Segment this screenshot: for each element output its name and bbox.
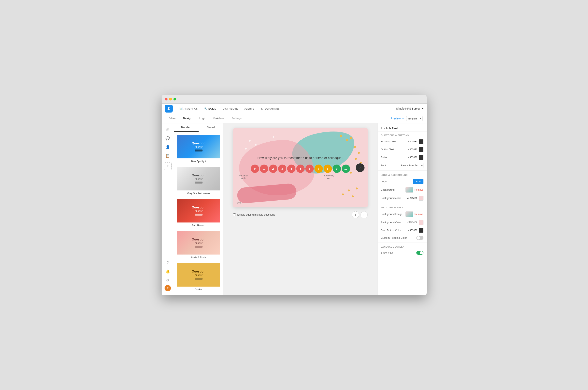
sidebar-icon-bell[interactable]: 🔔	[164, 268, 172, 276]
checkbox-label[interactable]: Enable adding multiple questions	[233, 213, 275, 216]
welcome-bg-preview	[405, 211, 413, 217]
row-heading-text: Heading Text #303030	[378, 138, 427, 146]
nps-btn-4[interactable]: 4	[287, 165, 295, 173]
bg-color-swatch[interactable]	[419, 196, 423, 200]
close-dot[interactable]	[165, 98, 167, 100]
theme-golden[interactable]: Question Answer Golden	[177, 262, 221, 293]
remove-background-link[interactable]: Remove	[415, 189, 423, 191]
row-background-color: Background color #F6D4D6	[378, 194, 427, 202]
next-button[interactable]: ›	[356, 163, 364, 172]
button-hex: #303030	[408, 156, 418, 159]
nav-alerts[interactable]: ALERTS	[242, 106, 257, 112]
survey-question: How likely are you to recommend us to a …	[239, 156, 362, 160]
nav-analytics[interactable]: 📊 ANALYTICS	[177, 106, 200, 112]
welcome-bg-swatch[interactable]	[419, 220, 423, 225]
tab-editor[interactable]: Editor	[166, 114, 179, 123]
theme-preview-grey: Question Answer	[177, 167, 220, 191]
right-panel: Look & Feel QUESTIONS & BUTTONS Heading …	[378, 123, 427, 295]
theme-preview-golden: Question Answer	[177, 263, 220, 287]
maximize-dot[interactable]	[173, 98, 176, 100]
bg-color-hex: #F6D4D6	[407, 197, 417, 199]
tab-variables[interactable]: Variables	[210, 114, 227, 123]
tab-logic[interactable]: Logic	[196, 114, 209, 123]
sidebar-icon-grid[interactable]: ⊞	[164, 126, 172, 134]
sidebar-icon-settings[interactable]: ⚙	[164, 276, 172, 284]
font-selector[interactable]: Source Sans Pro	[398, 163, 423, 168]
theme-name-blue: Blue Spotlight	[177, 158, 220, 164]
option-text-swatch[interactable]	[419, 147, 423, 152]
label-bg-color: Background color	[381, 196, 401, 199]
tab-saved[interactable]: Saved	[198, 123, 223, 132]
bg-color-controls: #F6D4D6	[407, 196, 423, 200]
tab-standard[interactable]: Standard	[174, 123, 199, 132]
language-selector[interactable]: English	[406, 116, 423, 121]
theme-nude-blush[interactable]: Question Answer Nude & Blush	[177, 230, 221, 261]
logo[interactable]: Z	[165, 105, 173, 112]
sidebar-icon-user[interactable]: 👤	[164, 143, 172, 151]
preview-button[interactable]: Preview ↗	[391, 117, 404, 120]
nps-btn-0[interactable]: 0	[251, 165, 259, 173]
sidebar-icon-chat[interactable]: 💬	[164, 135, 172, 142]
custom-heading-toggle[interactable]	[416, 236, 423, 240]
welcome-bg-color-controls: #F6D4D6	[407, 220, 423, 225]
heading-text-swatch[interactable]	[419, 139, 423, 144]
row-welcome-bg-image: Background Image Remove	[378, 210, 427, 219]
label-welcome-bg-color: Background Color	[381, 221, 401, 224]
show-flag-toggle[interactable]	[416, 251, 423, 255]
nps-btn-2[interactable]: 2	[269, 165, 277, 173]
row-custom-heading: Custom Heading Color	[378, 234, 427, 242]
nav-distribute[interactable]: DISTRIBUTE	[220, 106, 241, 112]
welcome-bg-controls: Remove	[405, 211, 423, 217]
nav-build[interactable]: 🔧 BUILD	[201, 106, 219, 112]
remove-welcome-bg-link[interactable]: Remove	[415, 213, 423, 216]
prev-arrow[interactable]: ‹	[352, 211, 359, 218]
nps-btn-6[interactable]: 6	[305, 165, 314, 173]
button-swatch[interactable]	[419, 155, 423, 160]
nps-btn-9[interactable]: 9	[333, 165, 341, 173]
heading-text-hex: #303030	[408, 140, 418, 143]
tab-design[interactable]: Design	[180, 114, 196, 123]
minimize-dot[interactable]	[169, 98, 172, 100]
label-not-at-all: Not at alllikely	[239, 174, 248, 179]
button-color: #303030	[408, 155, 423, 160]
nps-btn-3[interactable]: 3	[278, 165, 286, 173]
theme-preview-nude: Question Answer	[177, 231, 220, 254]
label-heading-text: Heading Text	[381, 140, 396, 143]
sidebar-icon-help[interactable]: ?	[164, 259, 172, 267]
section-logo-background: LOGO & BACKGROUND	[378, 171, 427, 177]
titlebar	[162, 95, 427, 104]
tab-settings[interactable]: Settings	[228, 114, 245, 123]
multiple-questions-checkbox[interactable]	[233, 213, 236, 216]
row-font: Font Source Sans Pro	[378, 161, 427, 170]
nps-btn-8[interactable]: 8	[324, 165, 332, 173]
nps-btn-1[interactable]: 1	[260, 165, 268, 173]
theme-red-abstract[interactable]: Question Answer Red Abstract	[177, 198, 221, 229]
sidebar-icons: ⊞ 💬 👤 📋 + ? 🔔 ⚙ T	[162, 123, 174, 295]
nav-integrations[interactable]: INTEGRATIONS	[258, 106, 282, 112]
language-selector-wrapper: English	[406, 116, 423, 121]
canvas-footer: Enable adding multiple questions ‹ ›	[233, 209, 368, 220]
label-welcome-bg-image: Background Image	[381, 213, 402, 216]
label-show-flag: Show Flag	[381, 251, 393, 254]
theme-name-nude: Nude & Blush	[177, 254, 220, 260]
theme-grid: Question Answer Blue Spotlight Question …	[174, 132, 223, 295]
theme-grey-waves[interactable]: Question Answer Grey Gradient Waves	[177, 166, 221, 197]
start-btn-swatch[interactable]	[419, 228, 423, 233]
nps-btn-5[interactable]: 5	[296, 165, 305, 173]
nps-btn-10[interactable]: 10	[342, 165, 350, 173]
nps-btn-7[interactable]: 7	[314, 165, 323, 173]
theme-blue-spotlight[interactable]: Question Answer Blue Spotlight	[177, 134, 221, 165]
next-arrow[interactable]: ›	[361, 211, 368, 218]
top-nav: Z 📊 ANALYTICS 🔧 BUILD DISTRIBUTE ALERTS …	[162, 104, 427, 114]
bg-pink-stroke	[237, 183, 297, 204]
nav-arrows: ‹ ›	[352, 211, 368, 218]
survey-selector[interactable]: Simple NPS Survey ▾	[396, 107, 423, 110]
divider-2	[378, 203, 427, 203]
avatar[interactable]: T	[165, 285, 171, 291]
sidebar-icon-add[interactable]: +	[164, 162, 172, 170]
start-btn-hex: #303030	[408, 229, 418, 232]
add-logo-button[interactable]: Add	[413, 179, 423, 184]
sidebar-icon-clipboard[interactable]: 📋	[164, 152, 172, 160]
theme-panel: Standard Saved Question Answer Blue Spot…	[174, 123, 223, 295]
background-preview	[405, 187, 413, 193]
